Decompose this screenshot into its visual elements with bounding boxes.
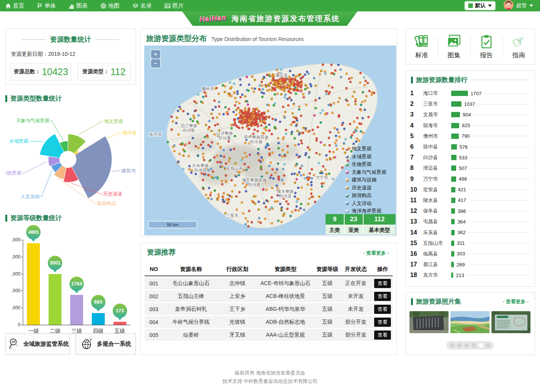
zoom-in-button[interactable]: + — [151, 50, 160, 58]
rank-city-name: 定安县 — [423, 186, 451, 193]
legend-item: 旅游购品 — [345, 192, 386, 200]
rank-bar — [451, 91, 468, 96]
ranking-row: 4 琼海市 825 — [410, 120, 529, 131]
rank-bar — [451, 208, 455, 214]
view-button[interactable]: 查看 — [374, 331, 391, 340]
ranking-row: 18 东方市 213 — [410, 270, 529, 280]
rank-number: 2 — [410, 101, 423, 107]
y-axis-tick: 5,000 — [12, 237, 20, 242]
rank-bar — [451, 251, 454, 257]
recommend-more-link[interactable]: - 查看更多 - — [363, 250, 389, 257]
legend-label: 地文景观 — [352, 145, 372, 152]
cell-type: ABG-钙华与泉华 — [256, 306, 315, 313]
magnifier-chart-icon — [7, 337, 20, 351]
top-navbar: 首页 单体 图表 地图 名录 照片 — [0, 0, 540, 11]
main-class-count: 9 — [326, 214, 344, 225]
hainan-map[interactable]: 东方市儋州市澄迈县昌江黎族自治县白沙黎族自治县琼中黎族苗族自治县乐东黎族自治县五… — [144, 46, 396, 235]
photo-thumbnail-signboard[interactable] — [491, 311, 531, 333]
quick-link-guide[interactable]: ☞ 指南 — [503, 34, 535, 60]
rank-bar — [451, 123, 459, 128]
rank-underline — [468, 200, 529, 200]
zoom-out-button[interactable]: − — [151, 59, 160, 68]
rank-number: 3 — [410, 111, 423, 118]
map-zoom-control: + − — [150, 49, 161, 68]
nav-item-map[interactable]: 地图 — [101, 2, 120, 9]
cell-district: 志仲镇 — [219, 280, 256, 287]
level-chart-section-title: 资源等级数量统计 — [5, 214, 62, 222]
rank-number: 17 — [410, 261, 423, 268]
cell-no: 004 — [145, 319, 163, 325]
quick-link-reports[interactable]: 报告 — [471, 34, 502, 60]
type-count-table: 9 23 112 主类 亚类 基本类型 — [326, 214, 395, 235]
ranking-row: 3 文昌市 904 — [410, 109, 529, 120]
cell-name: 皇帝洞石钟乳 — [163, 306, 219, 313]
cell-status: 部分开发 — [339, 332, 372, 338]
rank-city-name: 琼海市 — [423, 122, 451, 129]
global-tourism-supervision-button[interactable]: 全域旅游监管系统 — [5, 333, 70, 355]
section-marker — [411, 77, 413, 83]
rank-city-name: 昌江县 — [423, 261, 451, 268]
photo-thumbnail-stele[interactable] — [409, 311, 449, 333]
nav-item-directory[interactable]: 名录 — [132, 2, 152, 9]
quick-link-standards[interactable]: 标准 — [406, 34, 438, 60]
rank-bar — [451, 101, 461, 107]
resource-types-box: 资源类型： 112 — [77, 63, 131, 80]
basic-type-count: 112 — [364, 214, 395, 225]
nav-item-single[interactable]: 单体 — [37, 2, 56, 9]
ranking-panel: 旅游资源数量排行 1 海口市 1707 2 三亚市 1037 3 文昌市 904… — [405, 71, 535, 287]
view-button[interactable]: 查看 — [374, 318, 391, 327]
rank-number: 5 — [410, 133, 423, 140]
quick-link-atlas[interactable]: 图集 — [438, 34, 470, 60]
theme-selector[interactable]: 默认 — [465, 2, 495, 10]
section-marker — [5, 95, 7, 102]
rank-number: 8 — [410, 165, 423, 172]
resource-types-value: 112 — [110, 66, 126, 77]
rank-value: 790 — [461, 133, 470, 139]
total-resources-label: 资源总数： — [14, 68, 40, 75]
bar-chart-icon — [69, 3, 74, 9]
recommend-title: 资源推荐 — [147, 247, 176, 257]
cell-no: 001 — [145, 280, 163, 287]
legend-label: 人文活动 — [352, 200, 372, 207]
photo-thumbnail-coast[interactable] — [450, 311, 490, 333]
svg-text:澄迈县: 澄迈县 — [276, 73, 288, 77]
view-button[interactable]: 查看 — [374, 305, 391, 314]
nav-item-photos[interactable]: 照片 — [165, 2, 184, 9]
level-bar — [70, 295, 83, 325]
avatar — [504, 0, 513, 11]
legend-color-dot — [345, 186, 349, 189]
rank-number: 11 — [410, 197, 423, 204]
col-level: 资源等级 — [315, 266, 339, 273]
nav-item-charts[interactable]: 图表 — [69, 2, 88, 9]
system-button-label: 多规合一系统 — [97, 340, 131, 348]
pager-dot[interactable] — [486, 343, 491, 348]
ranking-row: 8 澄迈县 507 — [410, 163, 529, 173]
nav-item-home[interactable]: 首页 — [5, 2, 24, 9]
ranking-row: 6 琼中县 576 — [410, 142, 529, 152]
globe-pin-icon — [80, 337, 93, 351]
rank-value: 311 — [457, 240, 465, 246]
view-button[interactable]: 查看 — [374, 292, 391, 301]
photos-more-link[interactable]: - 查看更多 - — [503, 298, 529, 305]
bar-value-marker: 4801 — [26, 225, 41, 239]
pager-dot[interactable] — [472, 343, 476, 348]
user-menu[interactable]: 超管 — [504, 0, 533, 11]
rank-city-name: 五指山市 — [423, 240, 451, 247]
view-button[interactable]: 查看 — [374, 279, 391, 288]
rank-bar — [451, 155, 457, 160]
multi-plan-system-button[interactable]: 多规合一系统 — [76, 333, 136, 355]
svg-text:水域景观: 水域景观 — [9, 139, 28, 144]
map-scale-bar: 50 km — [148, 221, 197, 228]
pager-dot[interactable] — [479, 343, 483, 348]
map-legend: 地文景观 水域景观 生物景观 天象与气候景观 建筑与设施 历史遗迹 旅游购品 人… — [345, 145, 386, 215]
rank-value: 386 — [458, 208, 466, 214]
rank-underline — [467, 222, 529, 222]
app-header-banner: HaiNan 海南省旅游资源发布管理系统 — [182, 11, 357, 26]
col-status: 开发状态 — [339, 266, 372, 273]
pager-dot[interactable] — [464, 343, 469, 348]
pager-dot[interactable] — [457, 343, 462, 348]
update-date-line: 资源更新日期：2019-10-12 — [11, 51, 135, 58]
update-date-label: 资源更新日期： — [11, 51, 48, 57]
total-resources-value: 10423 — [42, 66, 68, 77]
pager-dot[interactable] — [450, 343, 455, 348]
